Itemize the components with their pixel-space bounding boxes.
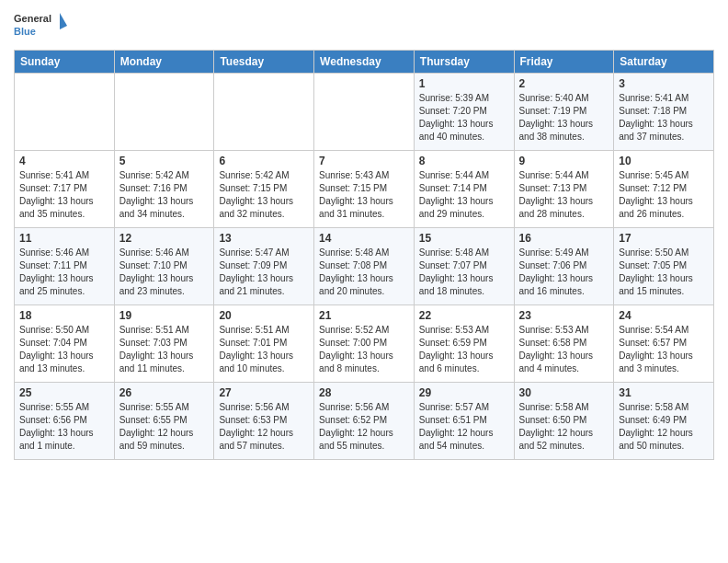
cell-info: and 1 minute. — [19, 440, 109, 453]
cell-info: Daylight: 13 hours — [419, 350, 509, 362]
cell-info: Sunset: 6:59 PM — [419, 337, 509, 350]
cell-info: and 16 minutes. — [519, 285, 609, 298]
day-number: 22 — [419, 309, 509, 322]
cell-info: and 38 minutes. — [519, 131, 609, 144]
day-number: 19 — [119, 309, 210, 322]
cell-info: and 52 minutes. — [519, 440, 609, 453]
cell-info: Sunset: 7:06 PM — [519, 259, 609, 272]
cell-info: Daylight: 13 hours — [519, 195, 609, 208]
cell-info: Sunrise: 5:40 AM — [519, 92, 609, 105]
day-number: 5 — [119, 155, 210, 167]
cell-info: Sunrise: 5:42 AM — [119, 169, 210, 182]
cell-info: Daylight: 13 hours — [19, 427, 109, 440]
week-row-3: 11Sunrise: 5:46 AMSunset: 7:11 PMDayligh… — [15, 228, 714, 305]
cell-info: Sunrise: 5:45 AM — [619, 169, 709, 182]
day-number: 8 — [419, 155, 509, 167]
cell-info: Daylight: 13 hours — [19, 272, 109, 285]
day-number: 12 — [119, 232, 210, 245]
cell-info: and 55 minutes. — [319, 440, 409, 453]
calendar-cell: 31Sunrise: 5:58 AMSunset: 6:49 PMDayligh… — [614, 383, 714, 460]
cell-info: Sunset: 6:51 PM — [419, 414, 509, 427]
cell-info: Sunset: 7:19 PM — [519, 105, 609, 118]
cell-info: Sunrise: 5:56 AM — [219, 401, 309, 414]
calendar-cell: 28Sunrise: 5:56 AMSunset: 6:52 PMDayligh… — [314, 383, 415, 460]
cell-info: Daylight: 13 hours — [419, 195, 509, 208]
day-header-saturday: Saturday — [614, 51, 714, 74]
cell-info: and 50 minutes. — [619, 440, 709, 453]
cell-info: and 40 minutes. — [419, 131, 509, 144]
day-number: 21 — [319, 309, 409, 322]
day-number: 3 — [619, 77, 709, 90]
cell-info: Sunset: 7:18 PM — [619, 105, 709, 118]
cell-info: Daylight: 12 hours — [519, 427, 609, 440]
cell-info: Daylight: 13 hours — [619, 195, 709, 208]
cell-info: Sunrise: 5:52 AM — [319, 324, 409, 337]
calendar-cell: 1Sunrise: 5:39 AMSunset: 7:20 PMDaylight… — [414, 74, 514, 151]
cell-info: and 15 minutes. — [619, 285, 709, 298]
cell-info: Sunrise: 5:51 AM — [119, 324, 210, 337]
calendar-cell: 8Sunrise: 5:44 AMSunset: 7:14 PMDaylight… — [414, 151, 514, 228]
svg-marker-2 — [60, 13, 67, 29]
calendar-cell: 24Sunrise: 5:54 AMSunset: 6:57 PMDayligh… — [614, 305, 714, 383]
calendar-cell — [114, 74, 214, 151]
cell-info: and 10 minutes. — [219, 362, 309, 375]
cell-info: Daylight: 13 hours — [319, 195, 409, 208]
cell-info: and 35 minutes. — [19, 208, 109, 221]
cell-info: Sunset: 6:50 PM — [519, 414, 609, 427]
cell-info: Sunrise: 5:43 AM — [319, 169, 409, 182]
cell-info: Sunset: 7:09 PM — [219, 259, 309, 272]
calendar-cell: 26Sunrise: 5:55 AMSunset: 6:55 PMDayligh… — [114, 383, 214, 460]
calendar-cell: 15Sunrise: 5:48 AMSunset: 7:07 PMDayligh… — [414, 228, 514, 305]
calendar-cell: 10Sunrise: 5:45 AMSunset: 7:12 PMDayligh… — [614, 151, 714, 228]
cell-info: and 21 minutes. — [219, 285, 309, 298]
calendar-cell: 29Sunrise: 5:57 AMSunset: 6:51 PMDayligh… — [414, 383, 514, 460]
svg-text:General: General — [14, 13, 51, 24]
cell-info: Sunrise: 5:39 AM — [419, 92, 509, 105]
calendar-cell: 18Sunrise: 5:50 AMSunset: 7:04 PMDayligh… — [15, 305, 115, 383]
cell-info: and 59 minutes. — [119, 440, 210, 453]
calendar-cell: 17Sunrise: 5:50 AMSunset: 7:05 PMDayligh… — [614, 228, 714, 305]
cell-info: Daylight: 13 hours — [619, 118, 709, 131]
calendar-cell: 9Sunrise: 5:44 AMSunset: 7:13 PMDaylight… — [514, 151, 614, 228]
header: General Blue — [14, 9, 714, 42]
cell-info: Daylight: 13 hours — [219, 195, 309, 208]
cell-info: and 29 minutes. — [419, 208, 509, 221]
cell-info: Daylight: 13 hours — [19, 195, 109, 208]
cell-info: and 25 minutes. — [19, 285, 109, 298]
calendar-cell: 30Sunrise: 5:58 AMSunset: 6:50 PMDayligh… — [514, 383, 614, 460]
cell-info: Sunset: 6:49 PM — [619, 414, 709, 427]
cell-info: and 6 minutes. — [419, 362, 509, 375]
cell-info: Sunset: 6:52 PM — [319, 414, 409, 427]
cell-info: Sunset: 6:56 PM — [19, 414, 109, 427]
calendar-cell: 21Sunrise: 5:52 AMSunset: 7:00 PMDayligh… — [314, 305, 415, 383]
day-header-thursday: Thursday — [414, 51, 514, 74]
calendar-cell: 11Sunrise: 5:46 AMSunset: 7:11 PMDayligh… — [15, 228, 115, 305]
calendar-cell: 12Sunrise: 5:46 AMSunset: 7:10 PMDayligh… — [114, 228, 214, 305]
calendar-cell: 20Sunrise: 5:51 AMSunset: 7:01 PMDayligh… — [214, 305, 314, 383]
cell-info: and 20 minutes. — [319, 285, 409, 298]
cell-info: Daylight: 13 hours — [119, 195, 210, 208]
calendar-cell: 5Sunrise: 5:42 AMSunset: 7:16 PMDaylight… — [114, 151, 214, 228]
cell-info: Daylight: 12 hours — [319, 427, 409, 440]
calendar-table: SundayMondayTuesdayWednesdayThursdayFrid… — [14, 50, 714, 460]
week-row-2: 4Sunrise: 5:41 AMSunset: 7:17 PMDaylight… — [15, 151, 714, 228]
logo-svg: General Blue — [14, 9, 69, 42]
cell-info: Sunset: 7:04 PM — [19, 337, 109, 350]
cell-info: Sunrise: 5:54 AM — [619, 324, 709, 337]
calendar-cell: 13Sunrise: 5:47 AMSunset: 7:09 PMDayligh… — [214, 228, 314, 305]
header-row: SundayMondayTuesdayWednesdayThursdayFrid… — [15, 51, 714, 74]
cell-info: and 13 minutes. — [19, 362, 109, 375]
cell-info: Daylight: 12 hours — [219, 427, 309, 440]
cell-info: and 37 minutes. — [619, 131, 709, 144]
cell-info: Sunrise: 5:55 AM — [119, 401, 210, 414]
cell-info: Sunset: 7:14 PM — [419, 182, 509, 195]
day-number: 7 — [319, 155, 409, 167]
cell-info: Sunset: 7:07 PM — [419, 259, 509, 272]
day-number: 1 — [419, 77, 509, 90]
day-number: 23 — [519, 309, 609, 322]
day-number: 31 — [619, 386, 709, 399]
cell-info: Sunset: 6:57 PM — [619, 337, 709, 350]
cell-info: Daylight: 13 hours — [119, 350, 210, 362]
cell-info: Sunrise: 5:41 AM — [19, 169, 109, 182]
cell-info: Sunrise: 5:56 AM — [319, 401, 409, 414]
